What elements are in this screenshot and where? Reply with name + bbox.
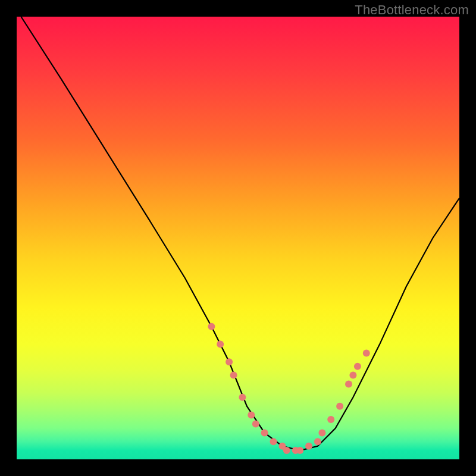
highlight-dot <box>283 447 290 454</box>
highlight-dot <box>296 447 303 454</box>
highlight-dot <box>318 429 325 436</box>
highlight-dot <box>239 394 246 401</box>
highlight-dot <box>261 429 268 436</box>
plot-area <box>17 17 459 459</box>
highlight-dot <box>354 363 361 370</box>
watermark-text: TheBottleneck.com <box>355 2 469 18</box>
highlight-dot <box>252 421 259 428</box>
highlight-dots <box>208 323 369 454</box>
highlight-dot <box>226 358 233 365</box>
highlight-dot <box>327 416 334 423</box>
highlight-dot <box>336 403 343 410</box>
highlight-dot <box>305 443 312 450</box>
highlight-dot <box>349 372 356 379</box>
chart-frame: TheBottleneck.com <box>0 0 476 476</box>
bottleneck-curve <box>21 17 459 450</box>
curve-layer <box>17 17 459 459</box>
highlight-dot <box>345 381 352 388</box>
highlight-dot <box>270 438 277 445</box>
highlight-dot <box>217 341 224 348</box>
highlight-dot <box>248 412 255 419</box>
highlight-dot <box>314 438 321 445</box>
highlight-dot <box>208 323 215 330</box>
highlight-dot <box>230 372 237 379</box>
highlight-dot <box>363 349 370 356</box>
